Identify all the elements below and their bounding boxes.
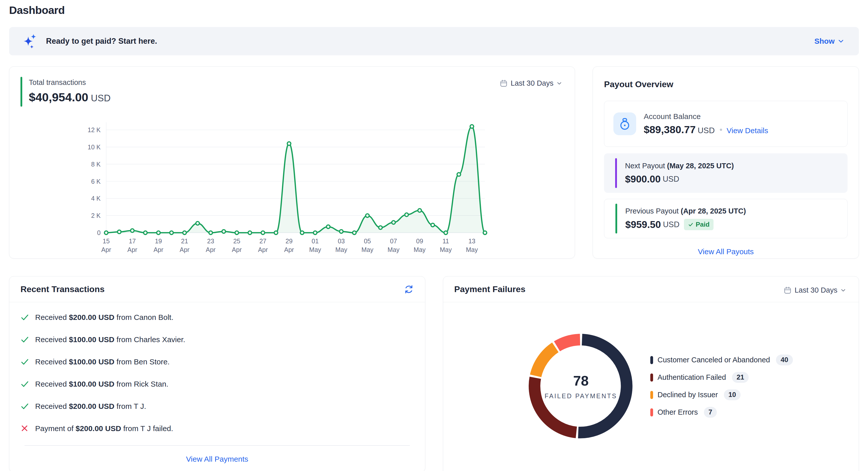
- chevron-down-icon: [840, 288, 846, 293]
- banner-show-toggle[interactable]: Show: [813, 37, 846, 46]
- chevron-down-icon: [557, 80, 562, 86]
- page-title: Dashboard: [9, 0, 859, 16]
- legend-color-marker: [650, 356, 653, 364]
- svg-text:2 K: 2 K: [91, 212, 101, 219]
- range-label: Last 30 Days: [511, 79, 554, 88]
- total-transactions-range-selector[interactable]: Last 30 Days: [498, 79, 564, 88]
- svg-text:05: 05: [364, 238, 371, 245]
- transaction-item: Received $200.00 USD from Canon Bolt.: [21, 306, 414, 329]
- svg-text:07: 07: [390, 238, 397, 245]
- svg-text:May: May: [361, 246, 373, 253]
- view-all-payments-link[interactable]: View All Payments: [186, 455, 248, 463]
- success-status-icon: [21, 380, 29, 389]
- previous-payout-date: (Apr 28, 2025 UTC): [681, 207, 746, 215]
- legend-color-marker: [650, 391, 653, 399]
- svg-text:8 K: 8 K: [91, 161, 101, 168]
- svg-text:0: 0: [97, 229, 101, 236]
- banner-show-label: Show: [814, 37, 835, 45]
- top-row: Total transactions $40,954.00USD Last 30…: [9, 66, 859, 259]
- sparkle-icon: [22, 33, 39, 49]
- svg-text:May: May: [414, 246, 426, 253]
- svg-text:Apr: Apr: [206, 246, 216, 253]
- legend-color-marker: [650, 373, 653, 381]
- failures-legend: Customer Canceled or Abandoned 40 Authen…: [650, 355, 793, 418]
- calendar-icon: [783, 286, 792, 294]
- transaction-item: Received $100.00 USD from Ben Store.: [21, 351, 414, 373]
- svg-text:May: May: [440, 246, 452, 253]
- view-all-payouts-link[interactable]: View All Payouts: [698, 247, 754, 256]
- svg-text:27: 27: [259, 238, 267, 245]
- previous-payout-label: Previous Payout: [625, 207, 679, 215]
- svg-text:6 K: 6 K: [91, 178, 101, 185]
- payment-failures-title: Payment Failures: [454, 284, 526, 294]
- svg-text:19: 19: [155, 238, 162, 245]
- svg-text:Apr: Apr: [127, 246, 137, 253]
- legend-count-badge: 7: [704, 407, 717, 418]
- chevron-down-icon: [838, 38, 844, 44]
- svg-text:May: May: [466, 246, 478, 253]
- paid-status-badge: Paid: [684, 219, 714, 230]
- transaction-text: Received $100.00 USD from Charles Xavier…: [35, 335, 185, 344]
- recent-transactions-title: Recent Transactions: [21, 284, 105, 294]
- dashboard-page: Dashboard Ready to get paid? Start here.…: [0, 0, 868, 471]
- success-status-icon: [21, 358, 29, 366]
- view-details-link[interactable]: View Details: [727, 126, 768, 135]
- previous-payout-amount: $959.50: [625, 219, 661, 230]
- check-icon: [21, 402, 29, 411]
- transaction-text: Received $100.00 USD from Ben Store.: [35, 358, 169, 366]
- previous-payout-card: Previous Payout (Apr 28, 2025 UTC) $959.…: [604, 199, 847, 238]
- total-transactions-amount: $40,954.00: [29, 91, 88, 104]
- x-icon: [21, 424, 29, 432]
- svg-text:Apr: Apr: [258, 246, 268, 253]
- success-status-icon: [21, 335, 29, 344]
- payout-overview-title: Payout Overview: [604, 74, 847, 89]
- purple-accent-bar: [615, 158, 617, 188]
- svg-text:23: 23: [207, 238, 214, 245]
- next-payout-label: Next Payout: [625, 162, 665, 170]
- dot-separator: [720, 129, 722, 131]
- transaction-text: Received $100.00 USD from Rick Stan.: [35, 380, 168, 389]
- legend-item: Authentication Failed 21: [650, 372, 793, 383]
- svg-text:11: 11: [442, 238, 449, 245]
- failed-payments-total: 78: [573, 373, 589, 389]
- payout-overview-card: Payout Overview Account Balance $89,380.…: [593, 66, 859, 259]
- money-bag-icon: [618, 117, 632, 131]
- svg-text:01: 01: [312, 238, 319, 245]
- account-balance-amount: $89,380.77: [644, 124, 695, 136]
- check-icon: [21, 335, 29, 344]
- refresh-button[interactable]: [404, 284, 414, 294]
- banner-text: Ready to get paid? Start here.: [46, 37, 157, 46]
- svg-text:May: May: [335, 246, 347, 253]
- next-payout-amount: $900.00: [625, 174, 661, 185]
- legend-item: Declined by Issuer 10: [650, 390, 793, 400]
- legend-label: Declined by Issuer: [658, 391, 718, 399]
- failed-payments-label: FAILED PAYMENTS: [545, 393, 617, 400]
- transaction-item: Received $100.00 USD from Charles Xavier…: [21, 329, 414, 351]
- payment-failures-range-selector[interactable]: Last 30 Days: [782, 286, 847, 295]
- account-balance-card: Account Balance $89,380.77USD View Detai…: [604, 101, 847, 147]
- svg-text:09: 09: [416, 238, 423, 245]
- transaction-item: Payment of $200.00 USD from T J failed.: [21, 417, 414, 440]
- payment-failures-card: Payment Failures Last 30 Days: [443, 276, 859, 471]
- onboarding-banner: Ready to get paid? Start here. Show: [9, 27, 859, 55]
- svg-text:Apr: Apr: [153, 246, 163, 253]
- transactions-line-chart: 02 K4 K6 K8 K10 K12 K15Apr17Apr19Apr21Ap…: [21, 117, 562, 259]
- check-icon: [21, 380, 29, 389]
- total-transactions-header: Total transactions $40,954.00USD Last 30…: [21, 77, 564, 107]
- svg-text:03: 03: [338, 238, 345, 245]
- svg-text:Apr: Apr: [180, 246, 189, 253]
- account-balance-label: Account Balance: [644, 112, 768, 121]
- calendar-icon: [500, 79, 508, 88]
- transaction-text: Received $200.00 USD from T J.: [35, 402, 146, 411]
- legend-label: Authentication Failed: [658, 373, 726, 381]
- green-accent-bar: [615, 204, 617, 233]
- transaction-item: Received $200.00 USD from T J.: [21, 395, 414, 417]
- svg-text:13: 13: [468, 238, 475, 245]
- svg-text:10 K: 10 K: [88, 143, 101, 150]
- next-payout-date: (May 28, 2025 UTC): [667, 162, 734, 170]
- legend-count-badge: 10: [724, 390, 741, 400]
- total-transactions-label: Total transactions: [29, 78, 111, 87]
- check-icon: [688, 222, 693, 227]
- legend-count-badge: 21: [732, 372, 749, 383]
- success-status-icon: [21, 313, 29, 322]
